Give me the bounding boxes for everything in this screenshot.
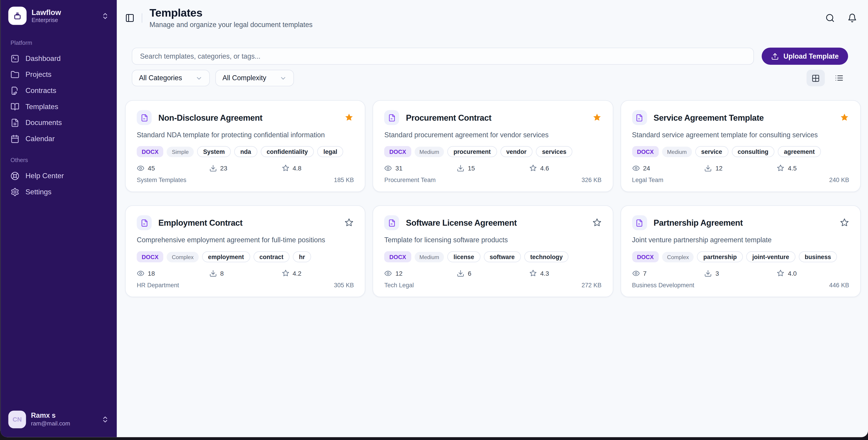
template-card[interactable]: Service Agreement Template Standard serv… xyxy=(620,100,861,192)
sidebar-item-label: Help Center xyxy=(26,171,64,180)
tag-chip: contract xyxy=(253,251,289,262)
life-buoy-icon xyxy=(10,171,19,180)
template-card[interactable]: Non-Disclosure Agreement Standard NDA te… xyxy=(125,100,366,192)
download-icon xyxy=(209,164,217,172)
file-size: 185 KB xyxy=(334,177,354,183)
template-card[interactable]: Software License Agreement Template for … xyxy=(373,205,613,297)
owner-label: Procurement Team xyxy=(384,177,436,183)
sidebar: Lawflow Enterprise Platform Dashboard Pr… xyxy=(0,0,117,437)
page-header: Templates Manage and organize your legal… xyxy=(117,0,868,35)
sidebar-toggle-icon[interactable] xyxy=(125,13,134,22)
template-description: Template for licensing software products xyxy=(384,237,601,244)
sidebar-item-label: Projects xyxy=(26,70,51,78)
category-filter-dropdown[interactable]: All Categories xyxy=(132,70,210,86)
avatar: CN xyxy=(8,411,26,429)
chevron-down-icon xyxy=(195,74,203,82)
download-icon xyxy=(209,270,217,277)
views-count: 45 xyxy=(148,165,155,171)
template-description: Joint venture partnership agreement temp… xyxy=(632,237,849,244)
template-card[interactable]: Employment Contract Comprehensive employ… xyxy=(125,205,366,297)
favorite-star-icon[interactable] xyxy=(344,218,354,227)
grid-view-button[interactable] xyxy=(807,70,825,86)
calendar-icon xyxy=(10,134,19,143)
template-title: Employment Contract xyxy=(158,218,242,227)
tag-chip: nda xyxy=(234,146,257,157)
file-icon xyxy=(388,219,396,227)
template-title: Partnership Agreement xyxy=(654,218,743,227)
complexity-filter-value: All Complexity xyxy=(222,74,266,82)
eye-icon xyxy=(136,270,144,277)
sidebar-item-contracts[interactable]: Contracts xyxy=(7,83,110,99)
tag-chip: consulting xyxy=(732,146,775,157)
sidebar-item-help-center[interactable]: Help Center xyxy=(7,168,110,184)
app-window: Lawflow Enterprise Platform Dashboard Pr… xyxy=(0,0,868,437)
file-icon xyxy=(140,219,148,227)
gear-icon xyxy=(10,187,19,196)
list-icon xyxy=(835,74,843,83)
sidebar-item-label: Calendar xyxy=(26,134,55,143)
downloads-count: 3 xyxy=(715,270,719,277)
file-size: 240 KB xyxy=(829,177,849,183)
download-icon xyxy=(704,164,712,172)
brand-name: Lawflow xyxy=(32,8,61,17)
briefcase-icon xyxy=(13,11,22,21)
favorite-star-icon[interactable] xyxy=(344,113,354,122)
complexity-badge: Medium xyxy=(414,146,444,157)
star-icon xyxy=(281,164,289,172)
tag-chip: System xyxy=(197,146,231,157)
file-size: 326 KB xyxy=(582,177,601,183)
star-icon xyxy=(777,164,784,172)
template-card[interactable]: Procurement Contract Standard procuremen… xyxy=(373,100,613,192)
tag-chip: confidentiality xyxy=(260,146,314,157)
tag-chip: joint-venture xyxy=(746,251,795,262)
format-badge: DOCX xyxy=(632,146,659,157)
eye-icon xyxy=(632,270,640,277)
chevrons-up-down-icon xyxy=(101,12,109,20)
list-view-button[interactable] xyxy=(830,70,848,86)
grid-icon xyxy=(812,74,820,82)
tag-chip: software xyxy=(484,251,521,262)
user-menu[interactable]: CN Ramx s ram@mail.com xyxy=(7,408,110,431)
sidebar-item-dashboard[interactable]: Dashboard xyxy=(7,51,110,67)
upload-icon xyxy=(771,52,779,60)
views-count: 7 xyxy=(643,270,647,277)
user-name: Ramx s xyxy=(31,412,70,420)
rating-value: 4.6 xyxy=(540,165,549,171)
downloads-count: 23 xyxy=(220,165,227,171)
sidebar-item-calendar[interactable]: Calendar xyxy=(7,131,110,147)
complexity-filter-dropdown[interactable]: All Complexity xyxy=(215,70,294,86)
download-icon xyxy=(457,270,464,277)
downloads-count: 12 xyxy=(715,165,722,171)
eye-icon xyxy=(632,164,640,172)
tag-chip: agreement xyxy=(778,146,821,157)
search-input[interactable] xyxy=(132,48,754,65)
template-title: Software License Agreement xyxy=(406,218,517,227)
tag-chip: partnership xyxy=(697,251,743,262)
favorite-star-icon[interactable] xyxy=(840,218,849,227)
sidebar-item-documents[interactable]: Documents xyxy=(7,115,110,131)
template-card[interactable]: Partnership Agreement Joint venture part… xyxy=(620,205,861,297)
upload-template-button[interactable]: Upload Template xyxy=(762,48,848,65)
favorite-star-icon[interactable] xyxy=(592,113,601,122)
sidebar-item-projects[interactable]: Projects xyxy=(7,66,110,83)
rating-value: 4.5 xyxy=(788,165,797,171)
file-icon xyxy=(636,114,643,121)
sidebar-item-settings[interactable]: Settings xyxy=(7,184,110,200)
bell-icon[interactable] xyxy=(847,13,857,22)
eye-icon xyxy=(384,164,392,172)
tag-chip: business xyxy=(799,251,837,262)
eye-icon xyxy=(384,270,392,277)
workspace-switcher[interactable]: Lawflow Enterprise xyxy=(7,5,110,26)
favorite-star-icon[interactable] xyxy=(840,113,849,122)
favorite-star-icon[interactable] xyxy=(592,218,601,227)
search-icon[interactable] xyxy=(825,13,835,22)
page-title: Templates xyxy=(149,7,312,19)
complexity-badge: Simple xyxy=(167,146,194,157)
complexity-badge: Complex xyxy=(167,252,199,262)
sidebar-item-templates[interactable]: Templates xyxy=(7,98,110,115)
sidebar-item-label: Dashboard xyxy=(26,54,61,63)
file-text-icon xyxy=(10,118,19,127)
format-badge: DOCX xyxy=(384,251,411,262)
template-title: Non-Disclosure Agreement xyxy=(158,113,262,122)
complexity-badge: Complex xyxy=(662,252,694,262)
